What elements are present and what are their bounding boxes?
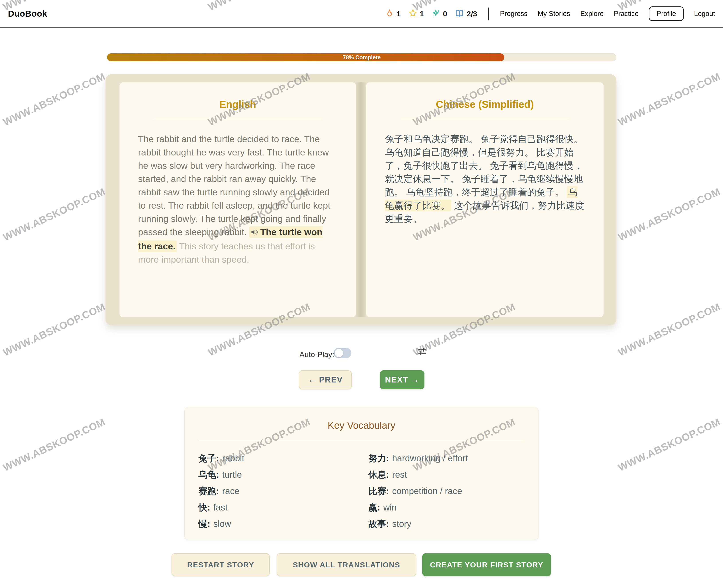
book-icon — [455, 8, 464, 19]
next-button[interactable]: NEXT → — [380, 370, 424, 389]
english-page-title: English — [138, 98, 337, 110]
profile-button[interactable]: Profile — [649, 6, 684, 21]
sparks-value: 0 — [443, 9, 447, 18]
watermark-text: WWW.ABSKOOP.COM — [616, 189, 714, 243]
vocab-row: 故事:story — [368, 516, 538, 532]
vocab-row: 慢:slow — [198, 516, 368, 532]
streak-stat: 1 — [385, 9, 401, 19]
chinese-page: Chinese (Simplified) 兔子和乌龟决定赛跑。 兔子觉得自己跑得… — [366, 82, 604, 317]
page-divider — [154, 119, 321, 119]
vocab-row: 快:fast — [198, 499, 368, 516]
speaker-icon[interactable] — [250, 226, 258, 239]
vocab-term: 努力: — [368, 452, 389, 464]
watermark-text: WWW.ABSKOOP.COM — [1, 74, 99, 128]
autoplay-toggle[interactable] — [334, 348, 351, 358]
stars-value: 1 — [420, 9, 424, 18]
app-logo: DuoBook — [8, 9, 47, 19]
stats-group: 1 1 0 2/3 — [385, 8, 477, 19]
key-vocabulary-card: Key Vocabulary 兔子:rabbit乌龟:turtle赛跑:race… — [184, 407, 539, 540]
watermark-text: WWW.ABSKOOP.COM — [616, 74, 714, 128]
vocab-translation: win — [383, 503, 397, 512]
vocab-term: 故事: — [368, 518, 389, 530]
header-divider — [488, 7, 489, 20]
english-story-text: The rabbit and the turtle decided to rac… — [138, 132, 337, 266]
vocab-row: 休息:rest — [368, 466, 538, 483]
sparkle-icon — [431, 9, 441, 19]
vocab-row: 兔子:rabbit — [198, 450, 368, 466]
vocabulary-divider — [198, 440, 525, 440]
main-nav: Progress My Stories Explore Practice Pro… — [500, 6, 715, 21]
nav-explore[interactable]: Explore — [580, 10, 604, 18]
vocab-term: 慢: — [198, 518, 210, 530]
vocab-translation: slow — [213, 519, 231, 529]
create-first-story-button[interactable]: CREATE YOUR FIRST STORY — [422, 553, 551, 576]
vocabulary-left-column: 兔子:rabbit乌龟:turtle赛跑:race快:fast慢:slow — [198, 450, 368, 532]
books-stat: 2/3 — [455, 8, 477, 19]
star-icon — [408, 9, 418, 19]
nav-practice[interactable]: Practice — [614, 10, 639, 18]
vocab-row: 赢:win — [368, 499, 538, 516]
autoplay-toggle-knob — [335, 349, 343, 357]
watermark-text: WWW.ABSKOOP.COM — [616, 420, 714, 474]
restart-story-button[interactable]: RESTART STORY — [172, 553, 270, 576]
story-book: English The rabbit and the turtle decide… — [105, 74, 616, 326]
watermark-text: WWW.ABSKOOP.COM — [1, 304, 99, 358]
autoplay-label: Auto-Play: — [299, 350, 334, 359]
vocab-term: 快: — [198, 501, 210, 513]
sparks-stat: 0 — [431, 9, 447, 19]
vocab-translation: fast — [213, 503, 227, 512]
book-spine — [356, 82, 366, 317]
vocab-translation: turtle — [222, 470, 242, 480]
chinese-story-text: 兔子和乌龟决定赛跑。 兔子觉得自己跑得很快。 乌龟知道自己跑得慢，但是很努力。 … — [385, 132, 585, 226]
vocab-term: 赛跑: — [198, 485, 219, 497]
stars-stat: 1 — [408, 9, 424, 19]
story-progress-bar: 78% Complete — [107, 54, 616, 61]
story-sentence: The rabbit and the turtle decided to rac… — [138, 134, 330, 237]
vocab-row: 赛跑:race — [198, 483, 368, 499]
vocab-term: 兔子: — [198, 452, 219, 464]
prev-button[interactable]: ← PREV — [299, 370, 352, 389]
watermark-text: WWW.ABSKOOP.COM — [616, 304, 714, 358]
streak-value: 1 — [397, 9, 401, 18]
vocab-translation: rabbit — [222, 453, 244, 463]
watermark-text: WWW.ABSKOOP.COM — [1, 189, 99, 243]
vocab-row: 比赛:competition / race — [368, 483, 538, 499]
page-divider — [401, 119, 569, 119]
vocab-row: 乌龟:turtle — [198, 466, 368, 483]
story-sentence: 兔子和乌龟决定赛跑。 兔子觉得自己跑得很快。 乌龟知道自己跑得慢，但是很努力。 … — [385, 134, 583, 197]
sliders-icon[interactable] — [416, 346, 428, 357]
vocab-translation: story — [392, 519, 411, 529]
app-header: DuoBook 1 1 0 — [0, 0, 723, 28]
vocab-translation: rest — [392, 470, 407, 480]
nav-my-stories[interactable]: My Stories — [538, 10, 570, 18]
show-all-translations-button[interactable]: SHOW ALL TRANSLATIONS — [277, 553, 416, 576]
logout-link[interactable]: Logout — [694, 10, 715, 18]
vocab-translation: race — [222, 486, 239, 496]
english-page: English The rabbit and the turtle decide… — [119, 82, 356, 317]
flame-icon — [385, 9, 394, 19]
vocab-term: 乌龟: — [198, 469, 219, 481]
header-right: 1 1 0 2/3 Progress — [385, 6, 715, 21]
vocab-translation: hardworking / effort — [392, 453, 468, 463]
progress-label: 78% Complete — [107, 54, 616, 61]
vocabulary-right-column: 努力:hardworking / effort休息:rest比赛:competi… — [368, 450, 538, 532]
nav-progress[interactable]: Progress — [500, 10, 527, 18]
vocab-term: 赢: — [368, 501, 380, 513]
vocabulary-columns: 兔子:rabbit乌龟:turtle赛跑:race快:fast慢:slow 努力… — [198, 450, 538, 532]
vocab-term: 休息: — [368, 469, 389, 481]
vocab-term: 比赛: — [368, 485, 389, 497]
books-value: 2/3 — [466, 9, 477, 18]
vocab-row: 努力:hardworking / effort — [368, 450, 538, 466]
chinese-page-title: Chinese (Simplified) — [385, 98, 585, 110]
vocab-translation: competition / race — [392, 486, 462, 496]
watermark-text: WWW.ABSKOOP.COM — [1, 420, 99, 474]
vocabulary-title: Key Vocabulary — [185, 420, 538, 431]
